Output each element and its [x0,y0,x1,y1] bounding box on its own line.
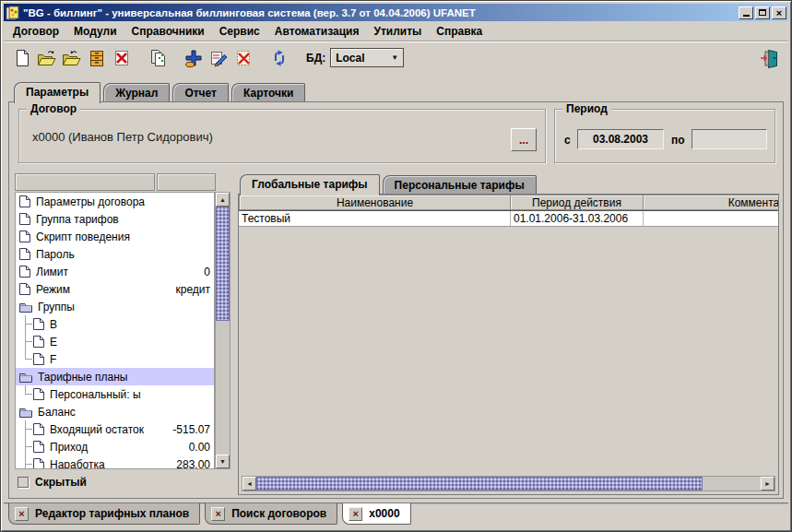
app-icon [6,6,20,20]
tree-item[interactable]: Наработка283.00 [16,455,214,469]
tree-item[interactable]: Параметры договора [16,193,214,210]
bottom-tab-bar: × Редактор тарифных планов × Поиск догов… [4,502,788,530]
minimize-icon [743,15,750,17]
menu-servis[interactable]: Сервис [212,23,267,40]
tree-item-label: Лимит [36,266,68,278]
tab-otchet[interactable]: Отчет [172,83,229,102]
tree-column-header[interactable] [157,173,216,191]
menu-spravka[interactable]: Справка [429,23,490,40]
tab-global-tariffs[interactable]: Глобальные тарифы [240,174,380,195]
menu-avtomatizaciya[interactable]: Автоматизация [267,23,367,40]
period-from-field[interactable]: 03.08.2003 [577,129,664,149]
close-tab-button[interactable]: × [349,507,362,521]
contract-drawer-icon [87,48,107,68]
tree-item[interactable]: Лимит0 [16,263,214,280]
tree-item[interactable]: Баланс [16,403,214,420]
column-header-period[interactable]: Период действия [511,195,644,210]
doc-icon [18,282,31,296]
tree-column-header[interactable] [15,173,155,191]
scrollbar-thumb[interactable] [256,477,703,491]
folder-icon [18,371,33,384]
bottom-tab-contract-search[interactable]: × Поиск договоров [205,503,337,525]
bottom-tab-label: x0000 [369,507,399,520]
db-selected-value: Local [336,52,364,65]
tab-personal-tariffs[interactable]: Персональные тарифы [383,175,537,195]
folder-icon [18,301,33,313]
tree-connector [18,385,32,403]
delete-contract-button[interactable] [231,45,255,70]
tab-kartochki[interactable]: Карточки [231,83,305,102]
contract-value: x0000 (Иванов Петр Сидорович) [32,130,213,144]
table-row[interactable]: Тестовый 01.01.2006-31.03.2006 [239,211,779,227]
column-header-comment[interactable]: Комментарий [644,195,779,210]
period-groupbox: Период с 03.08.2003 по [554,109,775,163]
bottom-tab-x0000[interactable]: × x0000 [342,503,410,525]
tree-item[interactable]: Режимкредит [16,280,214,298]
doc-icon [18,212,31,226]
tree-item[interactable]: E [16,333,214,350]
cell-name: Тестовый [239,211,511,226]
maximize-icon [759,9,766,16]
bottom-tab-label: Поиск договоров [231,507,326,520]
scroll-right-button[interactable]: ► [761,477,774,491]
tree-item-label: Группа тарифов [36,213,119,226]
open-folder-button[interactable] [59,45,84,70]
tree-item[interactable]: Пароль [16,245,214,263]
edit-contract-button[interactable] [206,45,231,70]
scrollbar-thumb[interactable] [216,207,230,321]
tree-item[interactable]: Группа тарифов [16,210,214,228]
doc-icon [18,230,31,243]
contract-browse-button[interactable]: ... [511,128,537,151]
cell-comment [644,211,779,226]
period-to-field[interactable] [692,129,767,149]
minimize-button[interactable] [739,6,753,19]
copy-document-button[interactable] [145,45,170,70]
tree-item[interactable]: Группы [16,298,214,315]
doc-icon [18,265,31,278]
scroll-down-button[interactable]: ▼ [216,455,230,468]
new-document-button[interactable] [9,45,34,70]
delete-document-icon [112,48,132,68]
contract-groupbox: Договор x0000 (Иванов Петр Сидорович) ..… [18,109,546,163]
exit-button[interactable] [756,45,781,70]
hidden-checkbox[interactable] [18,477,29,488]
tree-connector [18,315,32,333]
contract-drawer-button[interactable] [84,45,109,70]
maximize-button[interactable] [755,6,770,19]
delete-document-button[interactable] [109,45,134,70]
doc-icon [32,440,45,454]
hidden-checkbox-row: Скрытый [18,476,87,489]
doc-icon [32,352,45,366]
dropdown-arrow-icon: ▼ [391,53,398,62]
scroll-left-button[interactable]: ◄ [242,477,256,491]
refresh-button[interactable] [266,45,291,70]
menu-moduli[interactable]: Модули [66,23,124,40]
tree-item[interactable]: Персональный: ы [16,385,214,403]
open-contract-icon [36,48,57,68]
tree-item-value: -515.07 [172,423,210,436]
add-contract-button[interactable] [181,45,206,70]
doc-icon [18,247,31,261]
menu-utility[interactable]: Утилиты [366,23,429,40]
menu-spravochniki[interactable]: Справочники [124,23,212,40]
close-tab-button[interactable]: × [15,507,29,521]
close-button[interactable]: × [772,6,786,19]
tree-item[interactable]: Приход0.00 [16,438,214,455]
menu-dogovor[interactable]: Договор [6,23,66,40]
bottom-tab-tariff-editor[interactable]: × Редактор тарифных планов [8,503,200,525]
tree-item[interactable]: F [16,350,214,368]
tree-item[interactable]: Тарифные планы [16,368,214,385]
scroll-up-button[interactable]: ▲ [216,193,230,207]
parameters-panel: Договор x0000 (Иванов Петр Сидорович) ..… [8,101,784,499]
tree-item-label: F [50,353,56,366]
tab-zhurnal[interactable]: Журнал [103,83,170,102]
tree-item[interactable]: B [16,315,214,333]
tree-item[interactable]: Скрипт поведения [16,228,214,245]
open-contract-button[interactable] [34,45,59,70]
db-selector[interactable]: Local ▼ [330,48,404,67]
column-header-name[interactable]: Наименование [239,195,511,210]
tab-parametry[interactable]: Параметры [14,82,100,103]
close-tab-button[interactable]: × [211,507,225,521]
tree-item[interactable]: Входящий остаток-515.07 [16,420,214,438]
cell-period: 01.01.2006-31.03.2006 [511,211,644,226]
